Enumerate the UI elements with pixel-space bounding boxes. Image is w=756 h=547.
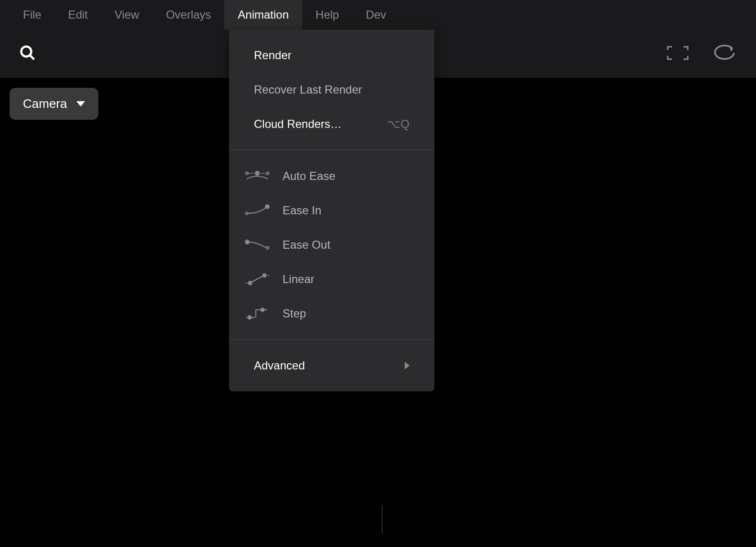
menu-dev[interactable]: Dev [352, 0, 399, 30]
menu-view-label: View [115, 8, 139, 21]
menu-overlays[interactable]: Overlays [153, 0, 225, 30]
menu-animation[interactable]: Animation [224, 0, 302, 30]
svg-point-10 [267, 247, 269, 249]
menu-item-linear[interactable]: Linear [229, 262, 434, 296]
menu-overlays-label: Overlays [166, 8, 211, 21]
svg-point-9 [245, 240, 249, 244]
menu-item-recover-label: Recover Last Render [254, 83, 410, 96]
menu-edit[interactable]: Edit [55, 0, 101, 30]
menu-item-cloud-renders[interactable]: Cloud Renders… ⌥Q [229, 107, 434, 141]
svg-point-7 [246, 212, 248, 215]
svg-point-20 [261, 308, 264, 312]
animation-dropdown-menu: Render Recover Last Render Cloud Renders… [229, 30, 434, 391]
menubar: File Edit View Overlays Animation Help D… [0, 0, 756, 30]
svg-point-4 [255, 171, 259, 175]
chevron-down-icon [76, 101, 85, 106]
menu-item-ease-out-label: Ease Out [283, 238, 410, 252]
menu-item-step-label: Step [283, 307, 410, 320]
fullscreen-icon[interactable] [666, 45, 689, 63]
step-icon [244, 307, 270, 320]
svg-point-17 [248, 316, 252, 319]
menu-item-render[interactable]: Render [229, 38, 434, 73]
menu-file[interactable]: File [10, 0, 55, 30]
menu-item-auto-ease[interactable]: Auto Ease [229, 159, 434, 193]
menu-item-cloud-label: Cloud Renders… [254, 117, 387, 131]
menu-file-label: File [23, 8, 42, 21]
ease-in-icon [244, 204, 270, 217]
menu-item-ease-in-label: Ease In [283, 204, 410, 217]
menu-item-ease-in[interactable]: Ease In [229, 193, 434, 228]
menu-item-auto-ease-label: Auto Ease [283, 169, 410, 183]
menu-item-ease-out[interactable]: Ease Out [229, 228, 434, 262]
playhead-line [382, 505, 382, 534]
submenu-arrow-icon [405, 362, 410, 369]
menu-view[interactable]: View [101, 0, 153, 30]
search-icon[interactable] [19, 44, 36, 63]
svg-line-13 [252, 276, 262, 282]
menu-help[interactable]: Help [302, 0, 352, 30]
svg-point-12 [249, 282, 252, 285]
menu-item-cloud-shortcut: ⌥Q [387, 117, 410, 131]
svg-line-1 [30, 55, 34, 59]
camera-dropdown-label: Camera [23, 96, 67, 111]
menu-item-render-label: Render [254, 49, 410, 62]
svg-point-2 [246, 172, 248, 175]
linear-icon [244, 273, 270, 286]
svg-point-0 [21, 46, 32, 56]
menu-item-linear-label: Linear [283, 273, 410, 286]
svg-point-14 [263, 274, 266, 277]
menu-help-label: Help [315, 8, 339, 21]
menu-animation-label: Animation [238, 8, 289, 21]
menu-item-advanced-label: Advanced [254, 359, 405, 372]
menu-item-advanced[interactable]: Advanced [229, 348, 434, 383]
loop-icon[interactable] [713, 44, 737, 63]
auto-ease-icon [244, 169, 270, 183]
menu-dev-label: Dev [366, 8, 386, 21]
camera-dropdown[interactable]: Camera [10, 88, 98, 120]
menu-item-recover-last-render[interactable]: Recover Last Render [229, 73, 434, 107]
svg-point-8 [265, 205, 269, 209]
menu-edit-label: Edit [68, 8, 88, 21]
ease-out-icon [244, 238, 270, 252]
menu-item-step[interactable]: Step [229, 296, 434, 331]
svg-point-6 [267, 172, 269, 175]
